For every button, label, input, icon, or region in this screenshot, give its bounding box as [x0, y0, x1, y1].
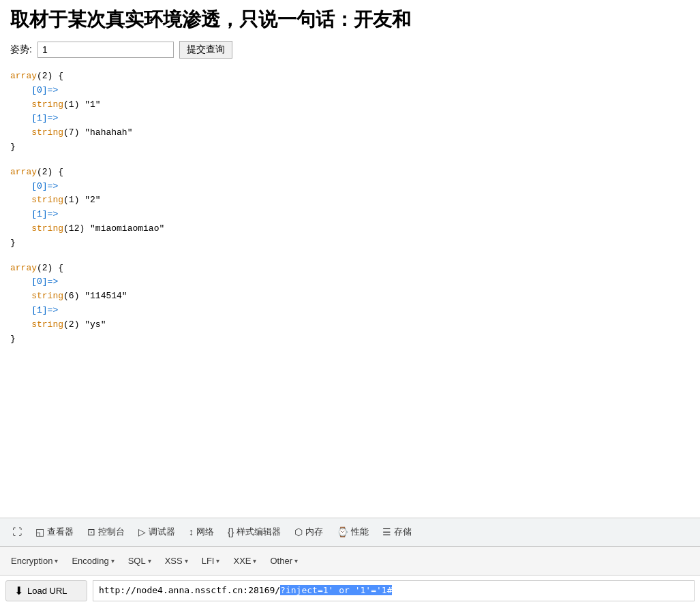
page-title: 取材于某次真实环境渗透，只说一句话：开友和: [10, 7, 690, 33]
load-url-button[interactable]: ⬇ Load URL: [5, 580, 87, 601]
lfi-chevron-icon: ▾: [216, 557, 219, 565]
sql-chevron-icon: ▾: [148, 557, 151, 565]
hackbar-other-menu[interactable]: Other ▾: [264, 553, 303, 569]
performance-icon: ⌚: [337, 526, 348, 537]
url-normal-part: http://node4.anna.nssctf.cn:28169/: [99, 585, 280, 595]
network-label: 网络: [196, 526, 214, 538]
devtools-toolbar: ⛶ ◱ 查看器 ⊡ 控制台 ▷ 调试器 ↕ 网络 {} 样式编辑器 ⬡ 内存 ⌚…: [0, 518, 700, 546]
code-block-2: array(2) { [0]=> string(1) "2" [1]=> str…: [10, 165, 690, 251]
storage-label: 存储: [394, 526, 412, 538]
hackbar-xss-menu[interactable]: XSS ▾: [159, 553, 194, 569]
code-block-3: array(2) { [0]=> string(6) "114514" [1]=…: [10, 262, 690, 347]
load-url-icon: ⬇: [14, 584, 23, 597]
inspector-label: 查看器: [47, 526, 74, 538]
url-display[interactable]: http://node4.anna.nssctf.cn:28169/?injec…: [93, 580, 695, 601]
performance-label: 性能: [351, 526, 369, 538]
query-row: 姿势: 提交查询: [10, 41, 690, 59]
memory-label: 内存: [305, 526, 323, 538]
memory-icon: ⬡: [294, 526, 303, 537]
devtools-tab-memory[interactable]: ⬡ 内存: [288, 523, 330, 542]
url-bar: ⬇ Load URL http://node4.anna.nssctf.cn:2…: [0, 575, 700, 606]
devtools-extra-icon[interactable]: ⛶: [5, 524, 29, 541]
devtools-tab-style-editor[interactable]: {} 样式编辑器: [221, 523, 288, 542]
devtools-tab-network[interactable]: ↕ 网络: [182, 523, 221, 542]
hackbar-encryption-menu[interactable]: Encryption ▾: [5, 553, 63, 569]
cursor-icon: ⛶: [12, 526, 22, 537]
devtools-tab-debugger[interactable]: ▷ 调试器: [132, 523, 182, 542]
hackbar-lfi-menu[interactable]: LFI ▾: [196, 553, 226, 569]
query-label: 姿势:: [10, 44, 32, 56]
debugger-label: 调试器: [149, 526, 175, 538]
url-highlight-part: ?inject=1' or '1'='1#: [280, 585, 392, 595]
query-input[interactable]: [37, 42, 174, 58]
console-icon: ⊡: [87, 526, 95, 537]
code-block-1: array(2) { [0]=> string(1) "1" [1]=> str…: [10, 69, 690, 155]
style-editor-icon: {}: [228, 526, 234, 537]
hackbar-xxe-menu[interactable]: XXE ▾: [228, 553, 262, 569]
devtools-tab-performance[interactable]: ⌚ 性能: [330, 523, 376, 542]
console-label: 控制台: [98, 526, 125, 538]
other-chevron-icon: ▾: [294, 557, 298, 565]
hackbar-toolbar: Encryption ▾ Encoding ▾ SQL ▾ XSS ▾ LFI …: [0, 546, 700, 575]
style-editor-label: 样式编辑器: [237, 526, 281, 538]
debugger-icon: ▷: [138, 526, 146, 537]
devtools-tab-console[interactable]: ⊡ 控制台: [80, 523, 132, 542]
hackbar-sql-menu[interactable]: SQL ▾: [123, 553, 157, 569]
network-icon: ↕: [189, 526, 194, 537]
main-content: 取材于某次真实环境渗透，只说一句话：开友和 姿势: 提交查询 array(2) …: [0, 0, 700, 518]
hackbar-encoding-menu[interactable]: Encoding ▾: [66, 553, 119, 569]
inspector-icon: ◱: [35, 526, 44, 537]
encryption-chevron-icon: ▾: [55, 557, 58, 565]
encoding-chevron-icon: ▾: [111, 557, 115, 565]
devtools-tab-storage[interactable]: ☰ 存储: [376, 523, 419, 542]
xxe-chevron-icon: ▾: [253, 557, 256, 565]
devtools-tab-inspector[interactable]: ◱ 查看器: [29, 523, 80, 542]
submit-button[interactable]: 提交查询: [179, 41, 232, 59]
storage-icon: ☰: [382, 526, 391, 537]
xss-chevron-icon: ▾: [185, 557, 188, 565]
